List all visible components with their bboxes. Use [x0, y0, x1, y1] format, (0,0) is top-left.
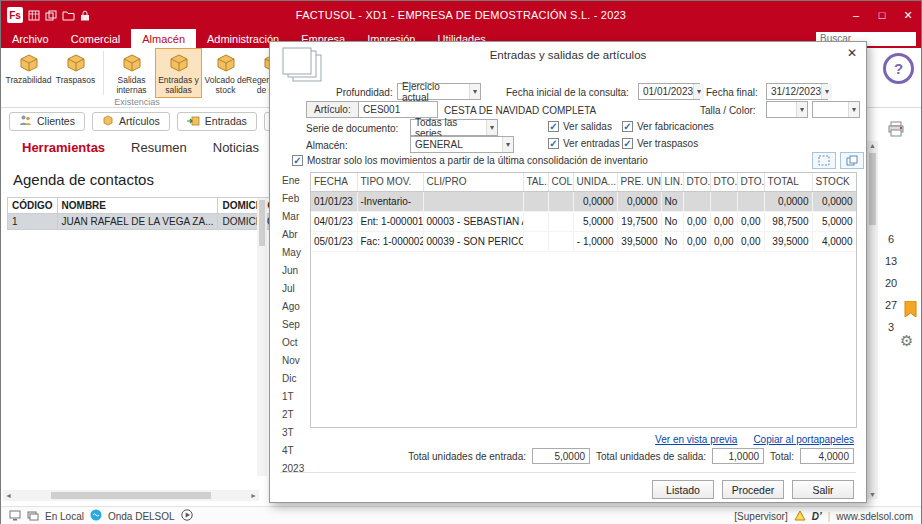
contacts-horizontal-scrollbar[interactable]: ◄ ►: [3, 490, 259, 501]
main-vertical-scrollbar[interactable]: ▲ ▼: [867, 141, 878, 499]
quickbar-button-clientes[interactable]: Clientes: [9, 112, 85, 131]
calendar-day[interactable]: 13: [880, 255, 902, 277]
scrollbar-thumb[interactable]: [259, 200, 265, 246]
quarter-2t[interactable]: 2T: [282, 406, 308, 424]
panel-tab-noticias[interactable]: Noticias: [200, 140, 272, 155]
month-jun[interactable]: Jun: [282, 262, 308, 280]
movements-column-fecha[interactable]: FECHA: [311, 173, 357, 191]
ribbon-button-salidas-internas[interactable]: Salidas internas: [108, 48, 155, 98]
movement-row[interactable]: 05/01/23Fac: 1-00000200039 - SON PERICO …: [311, 231, 856, 251]
month-mar[interactable]: Mar: [282, 208, 308, 226]
movements-column-stock[interactable]: STOCK: [812, 173, 856, 191]
mostrar-solo-checkbox[interactable]: ✓ Mostrar solo los movimientos a partir …: [292, 155, 648, 166]
movements-column-tal[interactable]: TAL...: [523, 173, 548, 191]
copy-icon[interactable]: [45, 10, 57, 21]
articulo-code-input[interactable]: CES001: [358, 101, 438, 118]
profundidad-select[interactable]: Ejercicio actual ▾: [397, 83, 481, 100]
movements-column-dto-1[interactable]: DTO.1: [683, 173, 710, 191]
movements-column-col[interactable]: COL...: [548, 173, 573, 191]
month-oct[interactable]: Oct: [282, 334, 308, 352]
movements-column-unida[interactable]: UNIDA...: [573, 173, 617, 191]
folder-icon[interactable]: [62, 10, 75, 21]
month-nov[interactable]: Nov: [282, 352, 308, 370]
bookmark-icon[interactable]: [904, 301, 917, 322]
movement-row[interactable]: 04/01/23Ent: 1-000001 ...00003 - SEBASTI…: [311, 211, 856, 231]
copy-grid-button[interactable]: [840, 152, 864, 169]
calendar-day[interactable]: 27: [880, 299, 902, 321]
selection-mode-button[interactable]: [812, 152, 836, 169]
total-entrada-input[interactable]: 5,0000: [532, 448, 590, 464]
quickbar-button-entradas[interactable]: Entradas: [177, 112, 257, 131]
month-ago[interactable]: Ago: [282, 298, 308, 316]
scroll-down-icon[interactable]: ▼: [869, 491, 876, 498]
ribbon-button-volcado-de-stock[interactable]: Volcado de stock: [202, 48, 249, 98]
talla-select[interactable]: ▾: [766, 101, 808, 118]
movements-column-pre-uni[interactable]: PRE. UNI.: [617, 173, 661, 191]
month-feb[interactable]: Feb: [282, 190, 308, 208]
quickbar-button-articulos[interactable]: Artículos: [92, 112, 170, 131]
month-may[interactable]: May: [282, 244, 308, 262]
maximize-button[interactable]: □: [869, 1, 895, 29]
year-item[interactable]: 2023: [282, 460, 308, 478]
lock-icon[interactable]: [80, 10, 90, 21]
quarter-1t[interactable]: 1T: [282, 388, 308, 406]
scroll-left-icon[interactable]: ◄: [5, 492, 12, 499]
gear-icon[interactable]: ⚙: [900, 332, 913, 350]
movements-column-dto-2[interactable]: DTO.2: [710, 173, 737, 191]
ribbon-button-trazabilidad[interactable]: Trazabilidad: [5, 48, 52, 98]
movements-column-cli-pro[interactable]: CLI/PRO: [423, 173, 523, 191]
month-dic[interactable]: Dic: [282, 370, 308, 388]
calendar-day[interactable]: 3: [880, 321, 902, 343]
almacen-select[interactable]: GENERAL ▾: [410, 136, 514, 153]
ver-entradas-checkbox[interactable]: ✓ Ver entradas: [548, 138, 620, 149]
movement-row[interactable]: 01/01/23-Inventario-0,00000,0000No0,0000…: [311, 191, 856, 211]
ver-traspasos-checkbox[interactable]: ✓ Ver traspasos: [622, 138, 698, 149]
website-link[interactable]: www.sdelsol.com: [836, 511, 913, 522]
scroll-up-icon[interactable]: ▲: [869, 142, 876, 149]
help-button[interactable]: ?: [883, 53, 914, 84]
quarter-3t[interactable]: 3T: [282, 424, 308, 442]
printer-icon[interactable]: [887, 121, 905, 141]
movements-column-total[interactable]: TOTAL: [764, 173, 812, 191]
ribbon-button-traspasos[interactable]: Traspasos: [52, 48, 99, 98]
color-select[interactable]: ▾: [812, 101, 860, 118]
menu-tab-almacen[interactable]: Almacén: [131, 29, 196, 48]
month-jul[interactable]: Jul: [282, 280, 308, 298]
play-icon[interactable]: [181, 509, 193, 523]
panel-tab-resumen[interactable]: Resumen: [118, 140, 200, 155]
scrollbar-thumb[interactable]: [51, 492, 211, 499]
movements-column-dto-3[interactable]: DTO.3: [737, 173, 764, 191]
dialog-close-button[interactable]: ✕: [847, 46, 857, 60]
total-input[interactable]: 4,0000: [800, 448, 854, 464]
month-sep[interactable]: Sep: [282, 316, 308, 334]
movements-column-tipo-mov[interactable]: TIPO MOV.: [357, 173, 423, 191]
panel-tab-herramientas[interactable]: Herramientas: [9, 140, 118, 155]
ver-fabricaciones-checkbox[interactable]: ✓ Ver fabricaciones: [622, 121, 714, 132]
proceder-button[interactable]: Proceder: [722, 480, 784, 499]
calendar-day[interactable]: 6: [880, 233, 902, 255]
contacts-vertical-scrollbar[interactable]: [257, 198, 267, 476]
listado-button[interactable]: Listado: [652, 480, 714, 499]
quarter-4t[interactable]: 4T: [282, 442, 308, 460]
link-copiar-al-portapapeles[interactable]: Copiar al portapapeles: [753, 434, 854, 445]
scroll-right-icon[interactable]: ►: [250, 492, 257, 499]
fecha-inicial-field[interactable]: 01/01/2023 ▾: [638, 83, 700, 100]
minimize-button[interactable]: –: [843, 1, 869, 29]
ribbon-button-entradas-y-salidas[interactable]: Entradas y salidas: [155, 48, 202, 98]
calendar-icon[interactable]: [28, 10, 40, 21]
ver-salidas-checkbox[interactable]: ✓ Ver salidas: [548, 121, 612, 132]
total-salida-input[interactable]: 1,0000: [712, 448, 764, 464]
serie-select[interactable]: Todas las series ▾: [410, 119, 498, 136]
menu-tab-archivo[interactable]: Archivo: [1, 29, 60, 48]
scrollbar-thumb[interactable]: [869, 153, 876, 225]
articulo-button[interactable]: Artículo:: [306, 101, 359, 118]
movements-column-lin[interactable]: LIN...: [661, 173, 683, 191]
month-abr[interactable]: Abr: [282, 226, 308, 244]
menu-tab-comercial[interactable]: Comercial: [60, 29, 132, 48]
link-ver-en-vista-previa[interactable]: Ver en vista previa: [655, 434, 737, 445]
salir-button[interactable]: Salir: [792, 480, 854, 499]
fecha-final-field[interactable]: 31/12/2023 ▾: [766, 83, 828, 100]
month-ene[interactable]: Ene: [282, 172, 308, 190]
close-button[interactable]: ✕: [895, 1, 921, 29]
calendar-day[interactable]: 20: [880, 277, 902, 299]
